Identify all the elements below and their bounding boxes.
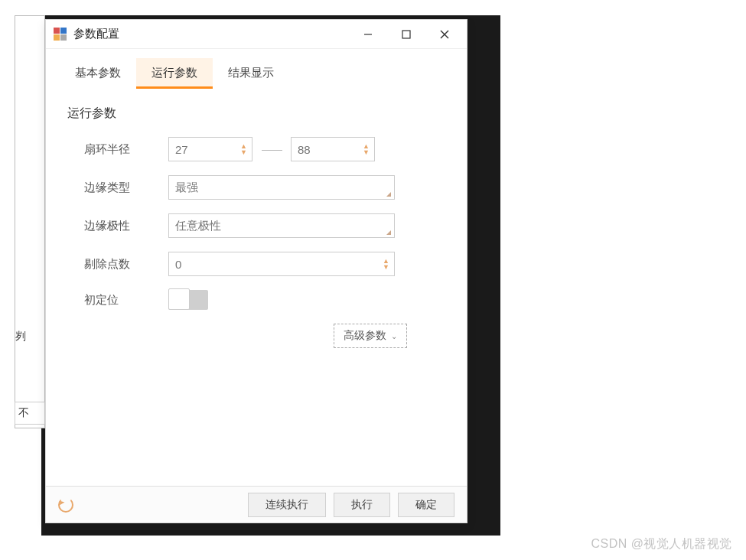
ring-radius-max-stepper[interactable]: 88 ▲▼ [291, 137, 375, 161]
background-text-2: 不 [15, 402, 45, 425]
tab-run-params[interactable]: 运行参数 [136, 58, 213, 88]
label-edge-type: 边缘类型 [84, 181, 168, 195]
tab-result-display[interactable]: 结果显示 [213, 58, 289, 88]
reject-points-stepper[interactable]: 0 ▲▼ [168, 252, 395, 276]
close-icon [440, 30, 449, 39]
ring-radius-min-stepper[interactable]: 27 ▲▼ [168, 137, 252, 161]
row-edge-type: 边缘类型 最强 [67, 175, 445, 200]
ring-radius-max-value: 88 [298, 143, 363, 156]
maximize-button[interactable] [387, 21, 425, 47]
stepper-arrows-icon: ▲▼ [240, 143, 247, 155]
range-separator: —— [262, 143, 282, 155]
reload-icon[interactable] [58, 497, 73, 513]
titlebar: 参数配置 [46, 20, 467, 49]
edge-type-value: 最强 [175, 181, 198, 195]
advanced-params-label: 高级参数 [344, 329, 386, 343]
row-init-locate: 初定位 [67, 290, 445, 310]
row-ring-radius: 扇环半径 27 ▲▼ —— 88 ▲▼ [67, 137, 445, 161]
dialog-parameter-config: 参数配置 基本参数 运行参数 结果显示 运行参数 扇环半径 27 ▲▼ —— 8… [45, 19, 467, 523]
stepper-arrows-icon: ▲▼ [363, 143, 370, 155]
section-heading: 运行参数 [67, 106, 445, 122]
chevron-down-icon: ⌄ [391, 332, 397, 340]
maximize-icon [402, 30, 411, 39]
minimize-button[interactable] [349, 21, 387, 47]
tab-bar: 基本参数 运行参数 结果显示 [46, 49, 467, 89]
app-icon [54, 28, 67, 41]
dialog-footer: 连续执行 执行 确定 [46, 486, 467, 523]
ring-radius-min-value: 27 [175, 143, 240, 156]
window-title: 参数配置 [73, 27, 119, 41]
svg-rect-1 [402, 31, 410, 38]
label-init-locate: 初定位 [84, 293, 168, 308]
section-run-params: 运行参数 扇环半径 27 ▲▼ —— 88 ▲▼ 边缘类型 最强 边缘极性 任意… [46, 89, 467, 486]
row-edge-polarity: 边缘极性 任意极性 [67, 213, 445, 238]
ok-button[interactable]: 确定 [398, 493, 454, 517]
edge-polarity-select[interactable]: 任意极性 [168, 213, 395, 238]
row-reject-points: 剔除点数 0 ▲▼ [67, 252, 445, 276]
watermark: CSDN @视觉人机器视觉 [591, 536, 732, 552]
label-ring-radius: 扇环半径 [84, 142, 168, 157]
dropdown-triangle-icon [386, 230, 391, 235]
background-panel-left [15, 15, 45, 428]
continuous-execute-button[interactable]: 连续执行 [248, 493, 326, 517]
close-button[interactable] [425, 21, 464, 47]
init-locate-toggle[interactable] [168, 290, 208, 310]
advanced-params-button[interactable]: 高级参数 ⌄ [334, 324, 407, 348]
edge-type-select[interactable]: 最强 [168, 175, 395, 200]
minimize-icon [363, 30, 373, 39]
label-reject-points: 剔除点数 [84, 257, 168, 272]
execute-button[interactable]: 执行 [334, 493, 390, 517]
label-edge-polarity: 边缘极性 [84, 219, 168, 233]
dropdown-triangle-icon [386, 192, 391, 197]
reject-points-value: 0 [175, 258, 383, 271]
background-text-1: 刿 [15, 330, 26, 343]
stepper-arrows-icon: ▲▼ [383, 258, 389, 270]
toggle-knob [168, 288, 190, 310]
edge-polarity-value: 任意极性 [175, 219, 221, 233]
tab-basic-params[interactable]: 基本参数 [60, 58, 136, 88]
